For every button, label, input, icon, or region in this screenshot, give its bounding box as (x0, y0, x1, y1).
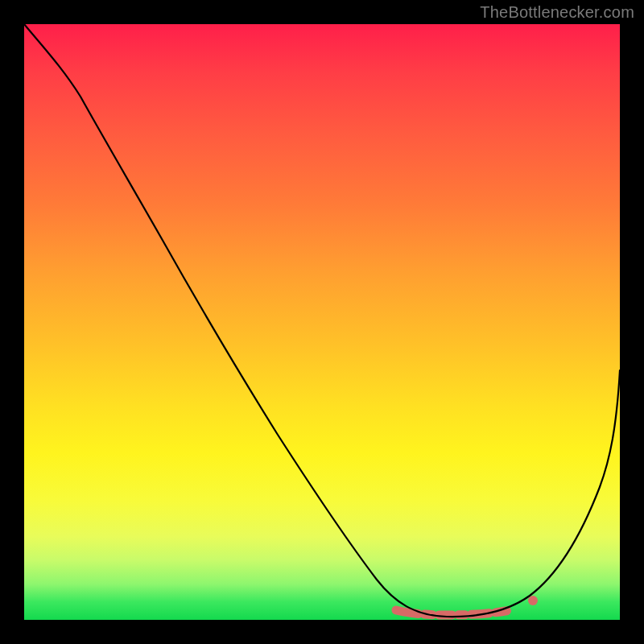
valley-marker (396, 604, 530, 615)
valley-marker-dot (528, 596, 538, 605)
curve-svg (24, 24, 620, 620)
bottleneck-curve (24, 24, 620, 617)
watermark-text: TheBottlenecker.com (480, 3, 634, 22)
plot-area (24, 24, 620, 620)
chart-frame: TheBottlenecker.com (0, 0, 644, 644)
